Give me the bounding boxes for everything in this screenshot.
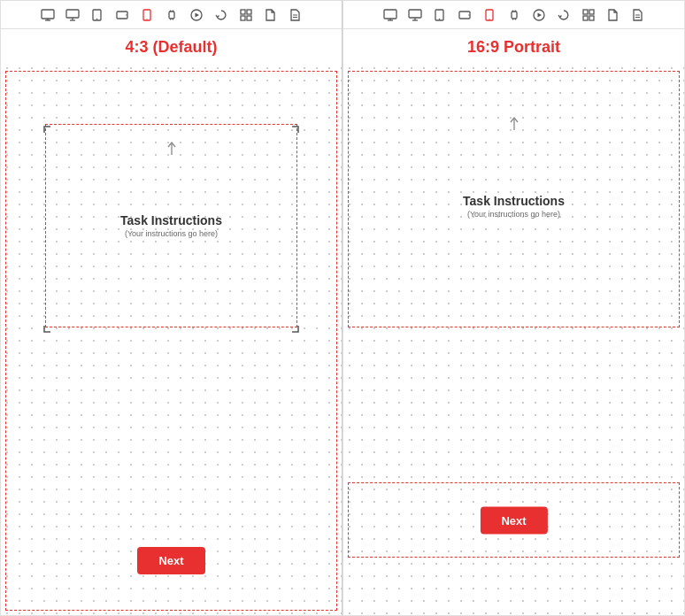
- left-arrow-up: [165, 141, 178, 160]
- svg-point-7: [96, 18, 98, 19]
- svg-rect-36: [459, 12, 470, 19]
- svg-rect-40: [512, 12, 517, 19]
- corner-br: [290, 320, 299, 329]
- right-panel-title: 16:9 Portrait: [343, 29, 684, 62]
- right-canvas-area: Task Instructions (Your instructions go …: [343, 62, 684, 615]
- right-toolbar: [343, 1, 684, 29]
- corner-tr: [290, 122, 299, 131]
- right-top-border: Task Instructions (Your instructions go …: [348, 71, 680, 327]
- right-task-subtitle: (Your instructions go here): [463, 210, 565, 219]
- left-task-subtitle: (Your instructions go here): [120, 229, 222, 238]
- left-panel-title: 4:3 (Default): [1, 29, 342, 62]
- svg-point-35: [439, 18, 441, 19]
- play-icon[interactable]: [189, 7, 204, 23]
- r-document-icon[interactable]: [605, 7, 621, 23]
- document-icon[interactable]: [263, 7, 279, 23]
- svg-point-37: [468, 14, 469, 15]
- right-next-btn-container: Next: [480, 506, 547, 534]
- monitor-icon[interactable]: [40, 7, 56, 23]
- right-panel: 16:9 Portrait Task Instr: [342, 0, 685, 616]
- svg-rect-0: [42, 10, 54, 19]
- svg-rect-10: [143, 10, 150, 20]
- svg-rect-21: [241, 16, 245, 20]
- file-icon[interactable]: [288, 7, 304, 23]
- svg-point-39: [489, 19, 489, 19]
- left-task-title: Task Instructions: [120, 213, 222, 227]
- r-monitor-icon[interactable]: [382, 7, 398, 23]
- corner-tl: [43, 122, 52, 131]
- svg-rect-3: [66, 10, 79, 18]
- left-next-btn-container: Next: [155, 554, 189, 566]
- svg-marker-46: [537, 12, 542, 17]
- svg-rect-31: [409, 10, 421, 18]
- right-task-block: Task Instructions (Your instructions go …: [463, 194, 565, 219]
- r-tablet-icon[interactable]: [432, 7, 448, 23]
- watch-icon[interactable]: [164, 7, 180, 23]
- svg-point-11: [146, 19, 147, 19]
- tablet-icon[interactable]: [89, 7, 105, 23]
- svg-rect-8: [117, 12, 127, 19]
- svg-rect-47: [583, 10, 588, 14]
- r-desktop-icon[interactable]: [407, 7, 423, 23]
- r-mobile-portrait-icon[interactable]: [481, 7, 497, 23]
- right-task-title: Task Instructions: [463, 194, 565, 208]
- svg-rect-19: [241, 10, 245, 14]
- left-canvas-area: Task Instructions (Your instructions go …: [1, 62, 342, 615]
- svg-rect-28: [384, 10, 396, 19]
- svg-rect-48: [589, 10, 594, 14]
- svg-rect-49: [583, 16, 588, 20]
- right-next-button[interactable]: Next: [480, 506, 547, 534]
- r-play-icon[interactable]: [531, 7, 547, 23]
- svg-rect-12: [169, 12, 174, 19]
- mobile-portrait-icon[interactable]: [139, 7, 155, 23]
- left-inner-box: Task Instructions (Your instructions go …: [45, 124, 297, 327]
- svg-rect-22: [247, 16, 251, 20]
- svg-marker-18: [195, 12, 199, 17]
- right-arrow-up: [508, 116, 520, 135]
- r-watch-icon[interactable]: [506, 7, 522, 23]
- left-toolbar: [1, 1, 342, 29]
- svg-point-9: [126, 14, 127, 15]
- refresh-icon[interactable]: [213, 7, 229, 23]
- left-panel: 4:3 (Default): [0, 0, 342, 616]
- left-next-button[interactable]: Next: [137, 547, 204, 574]
- left-task-block: Task Instructions (Your instructions go …: [120, 213, 222, 238]
- panels-container: 4:3 (Default): [0, 0, 685, 616]
- r-mobile-landscape-icon[interactable]: [457, 7, 473, 23]
- r-grid-icon[interactable]: [581, 7, 596, 23]
- right-bottom-border: Next: [348, 482, 680, 558]
- r-refresh-icon[interactable]: [556, 7, 572, 23]
- svg-rect-38: [486, 10, 493, 20]
- mobile-landscape-icon[interactable]: [114, 7, 130, 23]
- r-file-icon[interactable]: [630, 7, 646, 23]
- svg-rect-50: [589, 16, 594, 20]
- svg-rect-20: [247, 10, 251, 14]
- desktop-icon[interactable]: [65, 7, 81, 23]
- grid-icon[interactable]: [238, 7, 254, 23]
- corner-bl: [43, 320, 52, 329]
